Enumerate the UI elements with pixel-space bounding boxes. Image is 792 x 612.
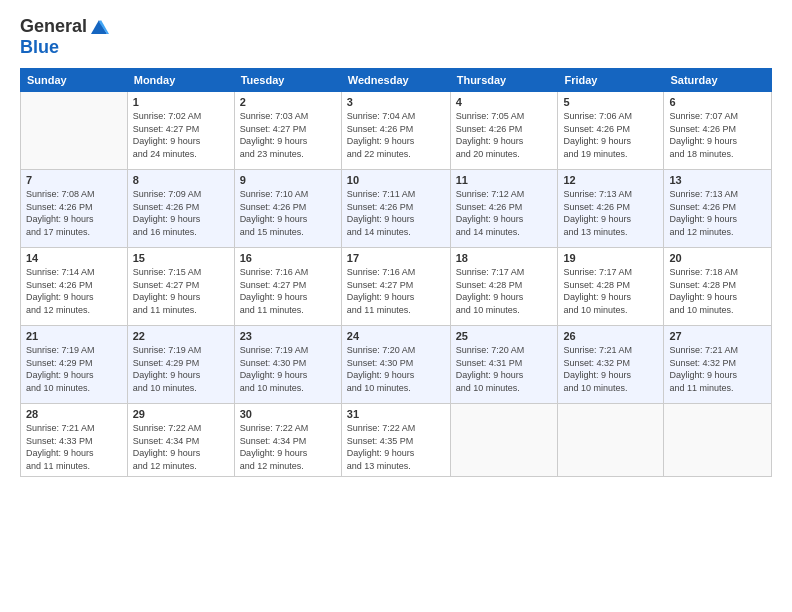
day-number: 9 [240,174,336,186]
day-info: Sunrise: 7:22 AM Sunset: 4:34 PM Dayligh… [240,422,336,472]
logo-blue-text: Blue [20,37,109,58]
day-info: Sunrise: 7:20 AM Sunset: 4:30 PM Dayligh… [347,344,445,394]
day-info: Sunrise: 7:21 AM Sunset: 4:33 PM Dayligh… [26,422,122,472]
calendar-cell: 15Sunrise: 7:15 AM Sunset: 4:27 PM Dayli… [127,248,234,326]
day-info: Sunrise: 7:11 AM Sunset: 4:26 PM Dayligh… [347,188,445,238]
day-number: 25 [456,330,553,342]
day-number: 16 [240,252,336,264]
day-info: Sunrise: 7:20 AM Sunset: 4:31 PM Dayligh… [456,344,553,394]
calendar-cell: 20Sunrise: 7:18 AM Sunset: 4:28 PM Dayli… [664,248,772,326]
calendar-cell: 16Sunrise: 7:16 AM Sunset: 4:27 PM Dayli… [234,248,341,326]
calendar-cell: 1Sunrise: 7:02 AM Sunset: 4:27 PM Daylig… [127,92,234,170]
calendar-cell: 4Sunrise: 7:05 AM Sunset: 4:26 PM Daylig… [450,92,558,170]
day-number: 5 [563,96,658,108]
day-number: 30 [240,408,336,420]
calendar-cell: 6Sunrise: 7:07 AM Sunset: 4:26 PM Daylig… [664,92,772,170]
calendar-cell: 9Sunrise: 7:10 AM Sunset: 4:26 PM Daylig… [234,170,341,248]
day-info: Sunrise: 7:12 AM Sunset: 4:26 PM Dayligh… [456,188,553,238]
calendar-cell: 31Sunrise: 7:22 AM Sunset: 4:35 PM Dayli… [341,404,450,477]
weekday-header-wednesday: Wednesday [341,69,450,92]
day-number: 27 [669,330,766,342]
logo: General Blue [20,16,109,58]
day-info: Sunrise: 7:13 AM Sunset: 4:26 PM Dayligh… [563,188,658,238]
calendar-cell [450,404,558,477]
day-info: Sunrise: 7:16 AM Sunset: 4:27 PM Dayligh… [240,266,336,316]
calendar-cell: 12Sunrise: 7:13 AM Sunset: 4:26 PM Dayli… [558,170,664,248]
calendar-cell: 22Sunrise: 7:19 AM Sunset: 4:29 PM Dayli… [127,326,234,404]
weekday-header-saturday: Saturday [664,69,772,92]
day-info: Sunrise: 7:18 AM Sunset: 4:28 PM Dayligh… [669,266,766,316]
day-info: Sunrise: 7:19 AM Sunset: 4:30 PM Dayligh… [240,344,336,394]
day-info: Sunrise: 7:13 AM Sunset: 4:26 PM Dayligh… [669,188,766,238]
calendar-cell: 19Sunrise: 7:17 AM Sunset: 4:28 PM Dayli… [558,248,664,326]
day-number: 2 [240,96,336,108]
weekday-header-thursday: Thursday [450,69,558,92]
day-number: 29 [133,408,229,420]
day-number: 11 [456,174,553,186]
day-info: Sunrise: 7:16 AM Sunset: 4:27 PM Dayligh… [347,266,445,316]
weekday-header-tuesday: Tuesday [234,69,341,92]
day-number: 10 [347,174,445,186]
day-number: 7 [26,174,122,186]
day-info: Sunrise: 7:19 AM Sunset: 4:29 PM Dayligh… [133,344,229,394]
calendar-cell: 24Sunrise: 7:20 AM Sunset: 4:30 PM Dayli… [341,326,450,404]
calendar-cell: 10Sunrise: 7:11 AM Sunset: 4:26 PM Dayli… [341,170,450,248]
day-number: 4 [456,96,553,108]
day-info: Sunrise: 7:09 AM Sunset: 4:26 PM Dayligh… [133,188,229,238]
day-info: Sunrise: 7:15 AM Sunset: 4:27 PM Dayligh… [133,266,229,316]
day-info: Sunrise: 7:02 AM Sunset: 4:27 PM Dayligh… [133,110,229,160]
day-number: 24 [347,330,445,342]
calendar-cell: 11Sunrise: 7:12 AM Sunset: 4:26 PM Dayli… [450,170,558,248]
calendar-cell: 21Sunrise: 7:19 AM Sunset: 4:29 PM Dayli… [21,326,128,404]
day-number: 19 [563,252,658,264]
day-info: Sunrise: 7:06 AM Sunset: 4:26 PM Dayligh… [563,110,658,160]
page-header: General Blue [20,16,772,58]
day-number: 22 [133,330,229,342]
day-info: Sunrise: 7:08 AM Sunset: 4:26 PM Dayligh… [26,188,122,238]
calendar-cell: 14Sunrise: 7:14 AM Sunset: 4:26 PM Dayli… [21,248,128,326]
calendar-cell: 5Sunrise: 7:06 AM Sunset: 4:26 PM Daylig… [558,92,664,170]
logo-icon [89,18,109,36]
weekday-header-monday: Monday [127,69,234,92]
day-info: Sunrise: 7:22 AM Sunset: 4:34 PM Dayligh… [133,422,229,472]
weekday-header-friday: Friday [558,69,664,92]
day-info: Sunrise: 7:21 AM Sunset: 4:32 PM Dayligh… [669,344,766,394]
calendar-cell: 28Sunrise: 7:21 AM Sunset: 4:33 PM Dayli… [21,404,128,477]
weekday-header-sunday: Sunday [21,69,128,92]
calendar-cell: 27Sunrise: 7:21 AM Sunset: 4:32 PM Dayli… [664,326,772,404]
day-info: Sunrise: 7:07 AM Sunset: 4:26 PM Dayligh… [669,110,766,160]
calendar-cell: 29Sunrise: 7:22 AM Sunset: 4:34 PM Dayli… [127,404,234,477]
day-info: Sunrise: 7:04 AM Sunset: 4:26 PM Dayligh… [347,110,445,160]
day-number: 12 [563,174,658,186]
day-info: Sunrise: 7:19 AM Sunset: 4:29 PM Dayligh… [26,344,122,394]
day-number: 31 [347,408,445,420]
calendar-cell [21,92,128,170]
calendar-cell: 17Sunrise: 7:16 AM Sunset: 4:27 PM Dayli… [341,248,450,326]
day-info: Sunrise: 7:14 AM Sunset: 4:26 PM Dayligh… [26,266,122,316]
calendar-cell: 3Sunrise: 7:04 AM Sunset: 4:26 PM Daylig… [341,92,450,170]
calendar-cell [558,404,664,477]
calendar-cell: 26Sunrise: 7:21 AM Sunset: 4:32 PM Dayli… [558,326,664,404]
day-info: Sunrise: 7:10 AM Sunset: 4:26 PM Dayligh… [240,188,336,238]
day-number: 21 [26,330,122,342]
day-number: 18 [456,252,553,264]
day-number: 1 [133,96,229,108]
day-number: 6 [669,96,766,108]
day-number: 15 [133,252,229,264]
day-number: 17 [347,252,445,264]
calendar-cell: 25Sunrise: 7:20 AM Sunset: 4:31 PM Dayli… [450,326,558,404]
calendar-cell: 13Sunrise: 7:13 AM Sunset: 4:26 PM Dayli… [664,170,772,248]
calendar-cell: 8Sunrise: 7:09 AM Sunset: 4:26 PM Daylig… [127,170,234,248]
day-number: 28 [26,408,122,420]
day-info: Sunrise: 7:03 AM Sunset: 4:27 PM Dayligh… [240,110,336,160]
day-info: Sunrise: 7:17 AM Sunset: 4:28 PM Dayligh… [563,266,658,316]
day-info: Sunrise: 7:22 AM Sunset: 4:35 PM Dayligh… [347,422,445,472]
day-number: 23 [240,330,336,342]
day-info: Sunrise: 7:21 AM Sunset: 4:32 PM Dayligh… [563,344,658,394]
calendar-cell: 18Sunrise: 7:17 AM Sunset: 4:28 PM Dayli… [450,248,558,326]
logo-general-text: General [20,16,87,37]
day-number: 20 [669,252,766,264]
calendar-table: SundayMondayTuesdayWednesdayThursdayFrid… [20,68,772,477]
day-number: 26 [563,330,658,342]
day-number: 14 [26,252,122,264]
